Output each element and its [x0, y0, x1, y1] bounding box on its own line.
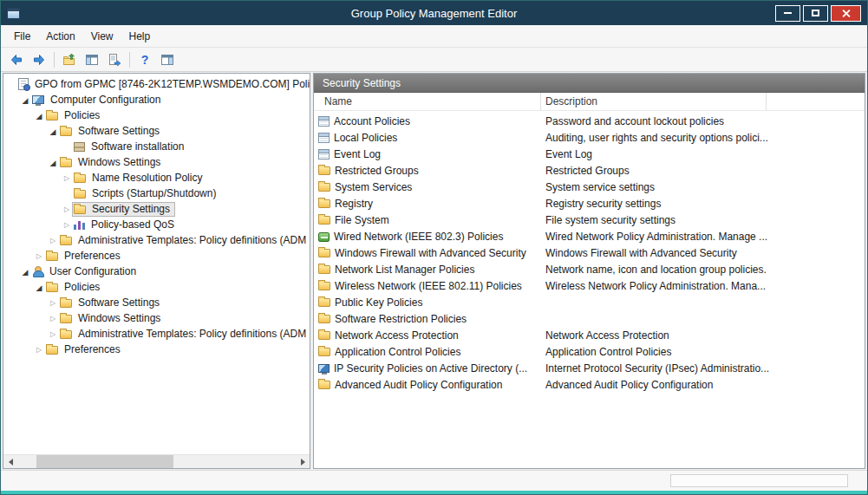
maximize-button[interactable] [803, 5, 828, 22]
scrollbar-track[interactable] [17, 455, 296, 468]
expander-icon[interactable] [20, 264, 30, 279]
folder-icon [60, 330, 72, 339]
show-action-pane-button[interactable] [157, 50, 178, 69]
tree-item-security-settings[interactable]: Security Settings [3, 201, 310, 217]
list-row-registry[interactable]: Registry Registry security settings [314, 195, 865, 212]
tree-item-gpo-root[interactable]: GPO from GPMC [8746-2K12TEMP.WSMDEMO.COM… [3, 76, 310, 92]
expander-icon[interactable] [48, 326, 58, 342]
expander-icon[interactable] [62, 217, 72, 232]
column-header-name[interactable]: Name [314, 93, 541, 110]
forward-button[interactable] [29, 50, 49, 69]
tree-item-user-preferences[interactable]: Preferences [3, 342, 310, 357]
list-row-application-control-policies[interactable]: Application Control Policies Application… [314, 343, 865, 360]
show-console-tree-button[interactable] [82, 50, 102, 69]
scroll-right-button[interactable] [296, 455, 310, 468]
item-name: File System [335, 214, 389, 226]
tree-item-software-installation[interactable]: Software installation [3, 139, 310, 154]
list-row-account-policies[interactable]: Account Policies Password and account lo… [314, 113, 865, 129]
tree-item-windows-settings[interactable]: Windows Settings [3, 154, 310, 170]
scroll-left-button[interactable] [3, 455, 17, 468]
folder-icon [74, 190, 86, 199]
folder-icon [318, 381, 330, 389]
item-description: Auditing, user rights and security optio… [541, 132, 865, 144]
folder-icon [318, 282, 330, 290]
toolbar-separator [129, 52, 130, 68]
tree-item-software-settings[interactable]: Software Settings [3, 123, 310, 139]
item-description: File system security settings [541, 214, 865, 226]
list-row-ip-security-policies[interactable]: IP Security Policies on Active Directory… [314, 360, 865, 376]
bar-chart-icon [74, 219, 85, 230]
tree-item-administrative-templates-computer[interactable]: Administrative Templates: Policy definit… [3, 232, 310, 248]
folder-icon [318, 183, 330, 192]
console-tree: GPO from GPMC [8746-2K12TEMP.WSMDEMO.COM… [3, 74, 310, 454]
column-header-description[interactable]: Description [541, 93, 767, 110]
tree-item-administrative-templates-user[interactable]: Administrative Templates: Policy definit… [3, 326, 310, 342]
expander-icon[interactable] [48, 295, 58, 310]
status-bar [1, 470, 867, 491]
export-list-icon [108, 53, 121, 67]
expander-icon[interactable] [48, 123, 58, 139]
tree-item-computer-preferences[interactable]: Preferences [3, 248, 310, 264]
expander-icon[interactable] [62, 201, 72, 217]
close-button[interactable] [831, 5, 861, 22]
list-row-public-key-policies[interactable]: Public Key Policies [314, 294, 865, 310]
back-button[interactable] [6, 50, 27, 69]
expander-icon[interactable] [48, 154, 58, 170]
expander-icon[interactable] [34, 248, 44, 264]
tree-item-scripts[interactable]: Scripts (Startup/Shutdown) [3, 186, 310, 201]
package-icon [74, 142, 85, 152]
list-row-windows-firewall[interactable]: Windows Firewall with Advanced Security … [314, 244, 865, 261]
tree-item-policy-based-qos[interactable]: Policy-based QoS [3, 217, 310, 232]
tree-item-user-configuration[interactable]: User Configuration [3, 264, 310, 279]
expander-icon[interactable] [34, 279, 44, 295]
menu-help[interactable]: Help [121, 27, 159, 46]
list-row-network-list-manager[interactable]: Network List Manager Policies Network na… [314, 261, 865, 277]
tree-item-label: Software Settings [76, 124, 161, 138]
export-list-button[interactable] [104, 50, 125, 69]
menu-action[interactable]: Action [38, 27, 82, 46]
list-row-local-policies[interactable]: Local Policies Auditing, user rights and… [314, 129, 865, 146]
toolbar-separator [54, 52, 55, 68]
tree-item-user-policies[interactable]: Policies [3, 279, 310, 295]
expander-icon[interactable] [62, 170, 72, 186]
folder-icon [318, 216, 330, 225]
list-row-wired-network-policies[interactable]: Wired Network (IEEE 802.3) Policies Wire… [314, 228, 865, 244]
tree-item-computer-configuration[interactable]: Computer Configuration [3, 92, 310, 107]
expander-icon[interactable] [34, 107, 44, 123]
back-icon [10, 53, 23, 67]
minimize-button[interactable] [775, 5, 800, 22]
list-row-software-restriction-policies[interactable]: Software Restriction Policies [314, 310, 865, 327]
scrollbar-thumb[interactable] [36, 455, 173, 468]
item-description: Application Control Policies [541, 346, 865, 358]
list-row-event-log[interactable]: Event Log Event Log [314, 146, 865, 162]
list-row-wireless-network-policies[interactable]: Wireless Network (IEEE 802.11) Policies … [314, 277, 865, 294]
item-name: Local Policies [334, 132, 397, 144]
expander-icon[interactable] [20, 92, 30, 107]
policy-table-icon [318, 116, 330, 127]
list-row-file-system[interactable]: File System File system security setting… [314, 212, 865, 228]
folder-icon [46, 112, 58, 120]
folder-icon [318, 331, 330, 340]
help-button[interactable] [134, 50, 155, 69]
expander-icon[interactable] [48, 232, 58, 248]
tree-item-name-resolution-policy[interactable]: Name Resolution Policy [3, 170, 310, 186]
up-one-level-button[interactable] [59, 50, 80, 69]
horizontal-scrollbar[interactable] [3, 454, 310, 468]
up-one-level-icon [62, 53, 76, 67]
tree-item-user-software-settings[interactable]: Software Settings [3, 295, 310, 310]
list-row-advanced-audit-policy[interactable]: Advanced Audit Policy Configuration Adva… [314, 376, 865, 393]
menu-bar: File Action View Help [1, 25, 867, 48]
tree-item-user-windows-settings[interactable]: Windows Settings [3, 310, 310, 326]
list-row-network-access-protection[interactable]: Network Access Protection Network Access… [314, 327, 865, 343]
tree-item-computer-policies[interactable]: Policies [3, 107, 310, 123]
title-bar[interactable]: Group Policy Management Editor [1, 1, 867, 25]
tree-item-label: Computer Configuration [49, 93, 162, 107]
expander-icon[interactable] [34, 342, 44, 357]
expander-icon[interactable] [48, 310, 58, 326]
menu-view[interactable]: View [83, 27, 121, 46]
item-description: Internet Protocol Security (IPsec) Admin… [541, 362, 865, 375]
list-row-restricted-groups[interactable]: Restricted Groups Restricted Groups [314, 162, 865, 179]
menu-file[interactable]: File [6, 27, 38, 46]
list-row-system-services[interactable]: System Services System service settings [314, 179, 865, 195]
gpo-icon [18, 78, 29, 90]
